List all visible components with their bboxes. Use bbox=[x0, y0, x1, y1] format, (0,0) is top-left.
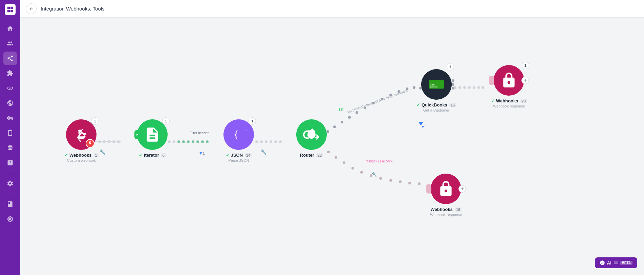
header: Integration Webhooks, Tools bbox=[20, 0, 644, 18]
json-sublabel: Parse JSON bbox=[228, 158, 249, 162]
iterator-badge: 1 bbox=[162, 117, 170, 125]
svg-point-28 bbox=[348, 116, 351, 119]
svg-point-24 bbox=[279, 140, 282, 143]
svg-point-18 bbox=[206, 140, 209, 143]
filter-1st-arrow: ▼1 bbox=[421, 124, 427, 129]
router-node[interactable]: Router 22 bbox=[296, 119, 327, 158]
first-label: 1st bbox=[339, 107, 343, 111]
upper-path-label: 1st | HMAC Matches? And other conditions… bbox=[347, 88, 410, 114]
svg-point-10 bbox=[168, 140, 171, 143]
webhooks-3-node[interactable]: + Webhooks 18 Webhook response bbox=[430, 174, 462, 217]
svg-point-11 bbox=[173, 140, 175, 143]
quickbooks-badge: 1 bbox=[447, 63, 454, 71]
webhooks-2-count: 23 bbox=[520, 99, 527, 103]
svg-point-41 bbox=[458, 86, 461, 89]
svg-rect-1 bbox=[10, 7, 13, 9]
sidebar-item-settings[interactable] bbox=[3, 177, 17, 190]
fallback-label: fallback | Fallback bbox=[366, 159, 392, 163]
svg-point-47 bbox=[327, 151, 330, 153]
webhooks-2-node[interactable]: 1 + ✓ Webhooks 23 Webhook response bbox=[491, 65, 527, 108]
sidebar-item-database[interactable] bbox=[3, 141, 17, 155]
svg-point-29 bbox=[356, 111, 358, 114]
svg-point-6 bbox=[103, 140, 106, 143]
webhooks-1-sublabel: Custom webhook bbox=[67, 158, 96, 162]
beta-badge: BETA bbox=[620, 261, 632, 265]
svg-point-8 bbox=[112, 140, 115, 143]
svg-point-46 bbox=[481, 86, 484, 89]
wrench-2-icon: 🔧 bbox=[261, 149, 266, 155]
svg-point-43 bbox=[468, 86, 471, 89]
svg-point-45 bbox=[477, 86, 480, 89]
webhooks-1-node[interactable]: 1 ✓ Webhooks 1 Custom webhook bbox=[64, 119, 99, 162]
svg-rect-3 bbox=[10, 10, 13, 12]
header-title: Integration Webhooks, Tools bbox=[41, 6, 105, 12]
divider-2 bbox=[5, 194, 16, 194]
svg-point-15 bbox=[192, 140, 194, 143]
sidebar-item-integrations[interactable] bbox=[3, 52, 17, 65]
svg-point-22 bbox=[270, 140, 272, 143]
sidebar-item-home[interactable] bbox=[3, 22, 17, 35]
webhooks-3-plus[interactable]: + bbox=[458, 185, 466, 193]
sidebar-item-book[interactable] bbox=[3, 197, 17, 211]
wrench-3-icon: 🔧 bbox=[372, 172, 378, 177]
ai-button[interactable]: AI BETA bbox=[595, 257, 637, 268]
svg-point-7 bbox=[108, 140, 110, 143]
svg-point-44 bbox=[473, 86, 475, 89]
sidebar-item-key[interactable] bbox=[3, 111, 17, 125]
svg-point-12 bbox=[177, 140, 180, 143]
svg-rect-0 bbox=[7, 7, 10, 9]
svg-rect-2 bbox=[7, 10, 10, 12]
svg-text:{ }: { } bbox=[233, 129, 247, 140]
webhooks-3-sublabel: Webhook response bbox=[430, 213, 462, 217]
svg-point-14 bbox=[187, 140, 190, 143]
json-node[interactable]: { } 1 ✓ JSON 14 Parse JSON bbox=[223, 119, 254, 162]
webhooks-1-check: ✓ bbox=[64, 153, 68, 158]
webhooks-2-plus[interactable]: + bbox=[521, 77, 529, 84]
divider-1 bbox=[5, 173, 16, 173]
quickbooks-count: 16 bbox=[449, 103, 456, 107]
sidebar-item-puzzle[interactable] bbox=[3, 66, 17, 80]
sidebar-item-broadcast[interactable] bbox=[3, 212, 17, 226]
svg-point-51 bbox=[360, 171, 363, 174]
svg-point-16 bbox=[196, 140, 199, 143]
quickbooks-label: ✓ QuickBooks 16 bbox=[416, 102, 456, 107]
svg-point-57 bbox=[418, 182, 421, 185]
back-button[interactable] bbox=[26, 3, 37, 14]
webhooks-3-label: Webhooks 18 bbox=[430, 207, 461, 212]
svg-point-42 bbox=[463, 86, 466, 89]
svg-point-19 bbox=[255, 140, 258, 143]
json-check: ✓ bbox=[226, 153, 230, 158]
iterator-count: 6 bbox=[161, 153, 166, 157]
wrench-1-icon: 🔧 bbox=[100, 149, 105, 155]
sidebar-item-globe[interactable] bbox=[3, 96, 17, 110]
iterator-check: ✓ bbox=[139, 153, 143, 158]
iterator-node[interactable]: 1 ✓ Iterator 6 bbox=[137, 119, 168, 158]
sidebar-item-phone[interactable] bbox=[3, 126, 17, 140]
webhooks-1-count: 1 bbox=[94, 153, 99, 157]
svg-point-53 bbox=[379, 177, 382, 180]
filter-arrow-icon: ▼1 bbox=[199, 151, 205, 156]
svg-point-56 bbox=[408, 182, 411, 184]
filter-header-label: Filter header bbox=[190, 131, 209, 135]
svg-point-55 bbox=[399, 180, 402, 183]
connections-overlay bbox=[20, 18, 644, 275]
svg-point-21 bbox=[265, 140, 267, 143]
sidebar-item-box[interactable] bbox=[3, 156, 17, 170]
sidebar-item-link[interactable] bbox=[3, 81, 17, 95]
quickbooks-node[interactable]: 1 intuit quickbooks ✓ bbox=[416, 65, 456, 112]
svg-point-23 bbox=[274, 140, 277, 143]
svg-text:quickbooks: quickbooks bbox=[430, 86, 438, 88]
logo[interactable] bbox=[5, 4, 16, 15]
svg-point-48 bbox=[335, 156, 337, 159]
webhooks-2-label: ✓ Webhooks 23 bbox=[491, 98, 527, 103]
svg-point-9 bbox=[117, 140, 120, 143]
webhooks-1-label: ✓ Webhooks 1 bbox=[64, 153, 99, 158]
svg-point-54 bbox=[389, 179, 392, 182]
quickbooks-sublabel: Get a Customer bbox=[423, 108, 450, 112]
workflow-canvas[interactable]: 1 ✓ Webhooks 1 Custom webhook 🔧 1 bbox=[20, 18, 644, 275]
svg-point-27 bbox=[341, 121, 343, 123]
webhooks-2-sublabel: Webhook response bbox=[493, 104, 525, 108]
main-area: Integration Webhooks, Tools bbox=[20, 0, 644, 275]
sidebar-item-users[interactable] bbox=[3, 37, 17, 50]
svg-point-20 bbox=[260, 140, 263, 143]
